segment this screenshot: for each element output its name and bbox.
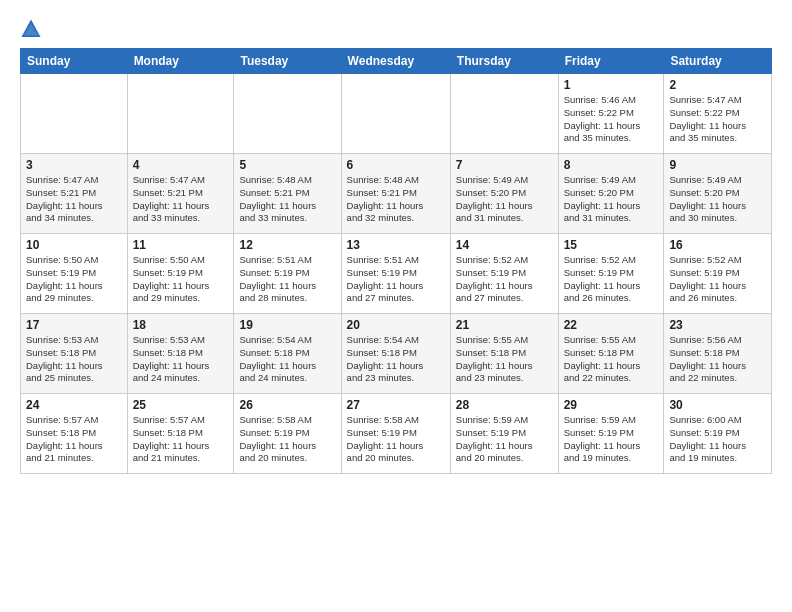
calendar-cell: 2Sunrise: 5:47 AM Sunset: 5:22 PM Daylig… [664, 74, 772, 154]
cell-date: 11 [133, 238, 229, 252]
calendar-cell: 18Sunrise: 5:53 AM Sunset: 5:18 PM Dayli… [127, 314, 234, 394]
weekday-header-saturday: Saturday [664, 49, 772, 74]
cell-date: 6 [347, 158, 445, 172]
calendar-week-4: 17Sunrise: 5:53 AM Sunset: 5:18 PM Dayli… [21, 314, 772, 394]
cell-date: 13 [347, 238, 445, 252]
cell-date: 18 [133, 318, 229, 332]
calendar-week-5: 24Sunrise: 5:57 AM Sunset: 5:18 PM Dayli… [21, 394, 772, 474]
cell-date: 3 [26, 158, 122, 172]
calendar-cell: 8Sunrise: 5:49 AM Sunset: 5:20 PM Daylig… [558, 154, 664, 234]
calendar-cell: 28Sunrise: 5:59 AM Sunset: 5:19 PM Dayli… [450, 394, 558, 474]
calendar-body: 1Sunrise: 5:46 AM Sunset: 5:22 PM Daylig… [21, 74, 772, 474]
calendar-cell [127, 74, 234, 154]
cell-info: Sunrise: 5:55 AM Sunset: 5:18 PM Dayligh… [456, 334, 553, 385]
cell-info: Sunrise: 5:48 AM Sunset: 5:21 PM Dayligh… [239, 174, 335, 225]
calendar-cell: 30Sunrise: 6:00 AM Sunset: 5:19 PM Dayli… [664, 394, 772, 474]
calendar-cell [450, 74, 558, 154]
weekday-header-monday: Monday [127, 49, 234, 74]
weekday-header-sunday: Sunday [21, 49, 128, 74]
calendar-cell: 25Sunrise: 5:57 AM Sunset: 5:18 PM Dayli… [127, 394, 234, 474]
cell-date: 25 [133, 398, 229, 412]
calendar-cell: 12Sunrise: 5:51 AM Sunset: 5:19 PM Dayli… [234, 234, 341, 314]
calendar-cell: 27Sunrise: 5:58 AM Sunset: 5:19 PM Dayli… [341, 394, 450, 474]
logo-icon [20, 18, 42, 40]
cell-date: 16 [669, 238, 766, 252]
cell-date: 29 [564, 398, 659, 412]
calendar-cell: 17Sunrise: 5:53 AM Sunset: 5:18 PM Dayli… [21, 314, 128, 394]
calendar-cell [234, 74, 341, 154]
cell-date: 20 [347, 318, 445, 332]
calendar-cell: 26Sunrise: 5:58 AM Sunset: 5:19 PM Dayli… [234, 394, 341, 474]
cell-info: Sunrise: 5:57 AM Sunset: 5:18 PM Dayligh… [133, 414, 229, 465]
cell-info: Sunrise: 5:49 AM Sunset: 5:20 PM Dayligh… [456, 174, 553, 225]
calendar-cell: 23Sunrise: 5:56 AM Sunset: 5:18 PM Dayli… [664, 314, 772, 394]
cell-date: 1 [564, 78, 659, 92]
calendar-cell [341, 74, 450, 154]
cell-info: Sunrise: 5:49 AM Sunset: 5:20 PM Dayligh… [564, 174, 659, 225]
cell-date: 10 [26, 238, 122, 252]
weekday-row: SundayMondayTuesdayWednesdayThursdayFrid… [21, 49, 772, 74]
cell-info: Sunrise: 5:51 AM Sunset: 5:19 PM Dayligh… [239, 254, 335, 305]
cell-date: 22 [564, 318, 659, 332]
cell-info: Sunrise: 5:50 AM Sunset: 5:19 PM Dayligh… [133, 254, 229, 305]
calendar-cell: 19Sunrise: 5:54 AM Sunset: 5:18 PM Dayli… [234, 314, 341, 394]
calendar-cell [21, 74, 128, 154]
cell-info: Sunrise: 5:57 AM Sunset: 5:18 PM Dayligh… [26, 414, 122, 465]
cell-date: 17 [26, 318, 122, 332]
calendar-cell: 6Sunrise: 5:48 AM Sunset: 5:21 PM Daylig… [341, 154, 450, 234]
weekday-header-wednesday: Wednesday [341, 49, 450, 74]
calendar-cell: 7Sunrise: 5:49 AM Sunset: 5:20 PM Daylig… [450, 154, 558, 234]
cell-info: Sunrise: 5:49 AM Sunset: 5:20 PM Dayligh… [669, 174, 766, 225]
cell-date: 15 [564, 238, 659, 252]
calendar-cell: 14Sunrise: 5:52 AM Sunset: 5:19 PM Dayli… [450, 234, 558, 314]
calendar-cell: 4Sunrise: 5:47 AM Sunset: 5:21 PM Daylig… [127, 154, 234, 234]
weekday-header-thursday: Thursday [450, 49, 558, 74]
cell-info: Sunrise: 6:00 AM Sunset: 5:19 PM Dayligh… [669, 414, 766, 465]
cell-info: Sunrise: 5:54 AM Sunset: 5:18 PM Dayligh… [347, 334, 445, 385]
calendar-cell: 13Sunrise: 5:51 AM Sunset: 5:19 PM Dayli… [341, 234, 450, 314]
calendar-cell: 16Sunrise: 5:52 AM Sunset: 5:19 PM Dayli… [664, 234, 772, 314]
cell-info: Sunrise: 5:48 AM Sunset: 5:21 PM Dayligh… [347, 174, 445, 225]
cell-info: Sunrise: 5:54 AM Sunset: 5:18 PM Dayligh… [239, 334, 335, 385]
cell-date: 4 [133, 158, 229, 172]
calendar-cell: 3Sunrise: 5:47 AM Sunset: 5:21 PM Daylig… [21, 154, 128, 234]
cell-info: Sunrise: 5:52 AM Sunset: 5:19 PM Dayligh… [669, 254, 766, 305]
cell-date: 12 [239, 238, 335, 252]
cell-info: Sunrise: 5:59 AM Sunset: 5:19 PM Dayligh… [456, 414, 553, 465]
calendar-cell: 21Sunrise: 5:55 AM Sunset: 5:18 PM Dayli… [450, 314, 558, 394]
cell-info: Sunrise: 5:53 AM Sunset: 5:18 PM Dayligh… [133, 334, 229, 385]
cell-info: Sunrise: 5:47 AM Sunset: 5:22 PM Dayligh… [669, 94, 766, 145]
header [20, 16, 772, 40]
calendar-week-3: 10Sunrise: 5:50 AM Sunset: 5:19 PM Dayli… [21, 234, 772, 314]
cell-date: 28 [456, 398, 553, 412]
calendar-header: SundayMondayTuesdayWednesdayThursdayFrid… [21, 49, 772, 74]
calendar-cell: 11Sunrise: 5:50 AM Sunset: 5:19 PM Dayli… [127, 234, 234, 314]
calendar-cell: 29Sunrise: 5:59 AM Sunset: 5:19 PM Dayli… [558, 394, 664, 474]
cell-date: 2 [669, 78, 766, 92]
cell-info: Sunrise: 5:50 AM Sunset: 5:19 PM Dayligh… [26, 254, 122, 305]
calendar-cell: 20Sunrise: 5:54 AM Sunset: 5:18 PM Dayli… [341, 314, 450, 394]
calendar-cell: 5Sunrise: 5:48 AM Sunset: 5:21 PM Daylig… [234, 154, 341, 234]
calendar-cell: 10Sunrise: 5:50 AM Sunset: 5:19 PM Dayli… [21, 234, 128, 314]
weekday-header-tuesday: Tuesday [234, 49, 341, 74]
cell-date: 19 [239, 318, 335, 332]
cell-info: Sunrise: 5:55 AM Sunset: 5:18 PM Dayligh… [564, 334, 659, 385]
calendar-cell: 24Sunrise: 5:57 AM Sunset: 5:18 PM Dayli… [21, 394, 128, 474]
cell-date: 21 [456, 318, 553, 332]
cell-info: Sunrise: 5:46 AM Sunset: 5:22 PM Dayligh… [564, 94, 659, 145]
cell-info: Sunrise: 5:59 AM Sunset: 5:19 PM Dayligh… [564, 414, 659, 465]
cell-date: 7 [456, 158, 553, 172]
cell-info: Sunrise: 5:47 AM Sunset: 5:21 PM Dayligh… [26, 174, 122, 225]
cell-date: 8 [564, 158, 659, 172]
calendar-cell: 15Sunrise: 5:52 AM Sunset: 5:19 PM Dayli… [558, 234, 664, 314]
cell-date: 14 [456, 238, 553, 252]
cell-info: Sunrise: 5:53 AM Sunset: 5:18 PM Dayligh… [26, 334, 122, 385]
calendar-cell: 9Sunrise: 5:49 AM Sunset: 5:20 PM Daylig… [664, 154, 772, 234]
cell-date: 5 [239, 158, 335, 172]
cell-date: 27 [347, 398, 445, 412]
cell-info: Sunrise: 5:58 AM Sunset: 5:19 PM Dayligh… [239, 414, 335, 465]
cell-info: Sunrise: 5:51 AM Sunset: 5:19 PM Dayligh… [347, 254, 445, 305]
cell-info: Sunrise: 5:56 AM Sunset: 5:18 PM Dayligh… [669, 334, 766, 385]
calendar-week-2: 3Sunrise: 5:47 AM Sunset: 5:21 PM Daylig… [21, 154, 772, 234]
logo [20, 20, 46, 40]
